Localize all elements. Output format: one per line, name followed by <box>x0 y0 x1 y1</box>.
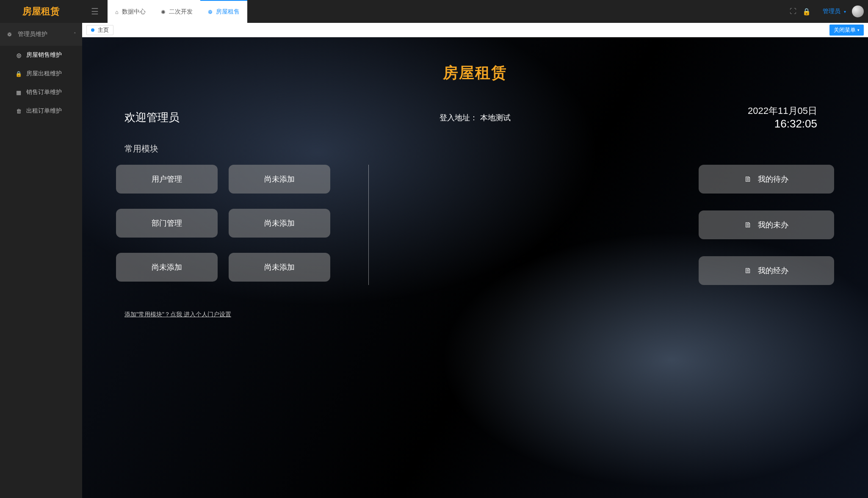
module-empty-2[interactable]: 尚未添加 <box>229 209 330 238</box>
sidebar-item-label: 销售订单维护 <box>26 89 62 96</box>
module-dept-management[interactable]: 部门管理 <box>116 209 218 238</box>
login-address: 登入地址： 本地测试 <box>358 113 592 123</box>
main-area: ☰ ⌂ 数据中心 ✺ 二次开发 ❁ 房屋租售 ⛶ 🔒 管理员 ▾ <box>82 0 868 498</box>
tab-data-center[interactable]: ⌂ 数据中心 <box>108 0 153 23</box>
tab-label: 数据中心 <box>122 8 146 16</box>
top-tabs: ⌂ 数据中心 ✺ 二次开发 ❁ 房屋租售 <box>108 0 247 23</box>
sidebar-item-house-rent[interactable]: 🔒 房屋出租维护 <box>0 64 82 83</box>
sidebar-item-label: 出租订单维护 <box>26 107 62 115</box>
welcome-text: 欢迎管理员 <box>116 110 350 125</box>
breadcrumb-label: 主页 <box>98 26 109 34</box>
sidebar-nav: ❁ 管理员维护 ˄ ◎ 房屋销售维护 🔒 房屋出租维护 ▦ 销售订单维护 🗑 出… <box>0 23 82 498</box>
fullscreen-icon[interactable]: ⛶ <box>790 8 796 15</box>
caret-down-icon: ▾ <box>857 28 860 32</box>
module-empty-3[interactable]: 尚未添加 <box>116 253 218 282</box>
hamburger-button[interactable]: ☰ <box>82 6 108 17</box>
sidebar-group-admin[interactable]: ❁ 管理员维护 ˄ <box>0 23 82 46</box>
user-label: 管理员 <box>823 8 840 15</box>
module-empty-4[interactable]: 尚未添加 <box>229 253 330 282</box>
doc-done-icon: 🗎 <box>744 266 752 275</box>
topbar-actions: ⛶ 🔒 <box>790 8 817 16</box>
sidebar-item-label: 房屋出租维护 <box>26 70 62 77</box>
dot-icon <box>91 28 94 32</box>
home-icon: ⌂ <box>115 9 119 15</box>
topbar: ☰ ⌂ 数据中心 ✺ 二次开发 ❁ 房屋租售 ⛶ 🔒 管理员 ▾ <box>82 0 868 23</box>
lock-icon[interactable]: 🔒 <box>802 8 811 16</box>
datetime: 2022年11月05日 16:32:05 <box>600 105 834 130</box>
tab-house-rental[interactable]: ❁ 房屋租售 <box>200 0 247 23</box>
info-row: 欢迎管理员 登入地址： 本地测试 2022年11月05日 16:32:05 <box>99 105 851 130</box>
hero: 房屋租赁 <box>99 37 851 105</box>
todo-undone[interactable]: 🗎 我的未办 <box>699 210 834 239</box>
tab-secondary-dev[interactable]: ✺ 二次开发 <box>153 0 200 23</box>
grid-icon: ▦ <box>15 89 22 96</box>
caret-down-icon: ▾ <box>844 9 846 14</box>
brand-logo: 房屋租赁 <box>0 0 82 23</box>
close-menu-button[interactable]: 关闭菜单 ▾ <box>829 25 864 36</box>
divider <box>368 165 369 285</box>
sidebar-item-sale-orders[interactable]: ▦ 销售订单维护 <box>0 83 82 102</box>
close-menu-label: 关闭菜单 <box>834 26 856 34</box>
todo-column: 🗎 我的待办 🗎 我的未办 🗎 我的经办 <box>699 165 834 285</box>
target-icon: ◎ <box>15 52 22 58</box>
user-menu[interactable]: 管理员 ▾ <box>817 8 852 15</box>
sidebar-item-label: 房屋销售维护 <box>26 51 62 59</box>
sidebar: 房屋租赁 ❁ 管理员维护 ˄ ◎ 房屋销售维护 🔒 房屋出租维护 ▦ 销售订单维… <box>0 0 82 498</box>
sidebar-item-rent-orders[interactable]: 🗑 出租订单维护 <box>0 102 82 120</box>
sidebar-group-label: 管理员维护 <box>18 30 47 38</box>
content: 房屋租赁 欢迎管理员 登入地址： 本地测试 2022年11月05日 16:32:… <box>82 37 868 498</box>
tab-label: 房屋租售 <box>216 8 240 16</box>
todo-label: 我的未办 <box>758 220 788 230</box>
sidebar-item-house-sale[interactable]: ◎ 房屋销售维护 <box>0 46 82 64</box>
module-empty-1[interactable]: 尚未添加 <box>229 165 330 194</box>
trash-icon: 🗑 <box>15 108 22 114</box>
modules-row: 用户管理 尚未添加 部门管理 尚未添加 尚未添加 尚未添加 🗎 我的待办 🗎 我 <box>99 165 851 285</box>
hint-row: 添加"常用模块"？点我 进入个人门户设置 <box>99 285 851 318</box>
tab-label: 二次开发 <box>169 8 193 16</box>
module-user-management[interactable]: 用户管理 <box>116 165 218 194</box>
breadcrumb-bar: 主页 关闭菜单 ▾ <box>82 23 868 37</box>
chevron-up-icon: ˄ <box>74 32 76 37</box>
doc-check-icon: 🗎 <box>744 221 752 230</box>
todo-label: 我的经办 <box>758 266 788 276</box>
current-date: 2022年11月05日 <box>600 105 817 117</box>
modules-grid: 用户管理 尚未添加 部门管理 尚未添加 尚未添加 尚未添加 <box>116 165 330 282</box>
current-time: 16:32:05 <box>600 117 817 130</box>
section-title: 常用模块 <box>99 130 851 165</box>
page-title: 房屋租赁 <box>99 63 851 83</box>
todo-pending[interactable]: 🗎 我的待办 <box>699 165 834 194</box>
spark-icon: ✺ <box>161 9 166 15</box>
lock-icon: 🔒 <box>15 71 22 77</box>
avatar[interactable] <box>852 6 864 17</box>
login-value: 本地测试 <box>480 113 511 122</box>
doc-clock-icon: 🗎 <box>744 175 752 184</box>
portal-settings-link[interactable]: 添加"常用模块"？点我 进入个人门户设置 <box>124 311 231 318</box>
flower-icon: ❁ <box>208 9 213 15</box>
todo-label: 我的待办 <box>758 174 788 184</box>
todo-handled[interactable]: 🗎 我的经办 <box>699 256 834 285</box>
breadcrumb-home[interactable]: 主页 <box>86 25 113 35</box>
login-label: 登入地址： <box>440 113 478 122</box>
globe-icon: ❁ <box>6 31 13 38</box>
